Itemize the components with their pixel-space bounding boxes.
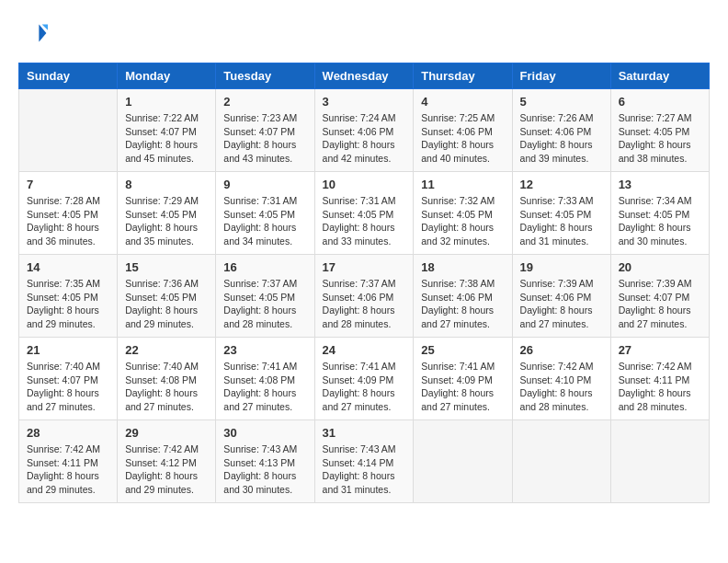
day-number: 24 bbox=[323, 343, 406, 357]
day-number: 8 bbox=[125, 178, 208, 191]
day-info: Sunrise: 7:40 AM Sunset: 4:08 PM Dayligh… bbox=[125, 360, 208, 414]
day-number: 16 bbox=[223, 260, 306, 274]
day-number: 21 bbox=[27, 343, 109, 357]
day-number: 7 bbox=[27, 178, 109, 191]
calendar-week-row: 14Sunrise: 7:35 AM Sunset: 4:05 PM Dayli… bbox=[19, 255, 710, 338]
day-info: Sunrise: 7:31 AM Sunset: 4:05 PM Dayligh… bbox=[323, 194, 406, 248]
day-number: 14 bbox=[27, 260, 109, 274]
calendar-cell: 26Sunrise: 7:42 AM Sunset: 4:10 PM Dayli… bbox=[512, 338, 610, 420]
weekday-header-friday: Friday bbox=[512, 63, 610, 89]
day-number: 28 bbox=[27, 426, 109, 440]
day-number: 31 bbox=[323, 426, 406, 440]
day-info: Sunrise: 7:37 AM Sunset: 4:06 PM Dayligh… bbox=[323, 277, 406, 331]
calendar-cell: 27Sunrise: 7:42 AM Sunset: 4:11 PM Dayli… bbox=[610, 338, 709, 420]
calendar-cell: 24Sunrise: 7:41 AM Sunset: 4:09 PM Dayli… bbox=[314, 338, 414, 420]
calendar-cell: 12Sunrise: 7:33 AM Sunset: 4:05 PM Dayli… bbox=[512, 172, 610, 255]
weekday-header-saturday: Saturday bbox=[610, 63, 709, 89]
calendar-cell: 25Sunrise: 7:41 AM Sunset: 4:09 PM Dayli… bbox=[414, 338, 512, 420]
calendar-cell: 8Sunrise: 7:29 AM Sunset: 4:05 PM Daylig… bbox=[118, 172, 216, 255]
day-info: Sunrise: 7:28 AM Sunset: 4:05 PM Dayligh… bbox=[27, 194, 109, 248]
day-info: Sunrise: 7:23 AM Sunset: 4:07 PM Dayligh… bbox=[223, 111, 306, 166]
calendar-cell bbox=[414, 420, 512, 503]
calendar-week-row: 7Sunrise: 7:28 AM Sunset: 4:05 PM Daylig… bbox=[19, 172, 710, 255]
day-info: Sunrise: 7:41 AM Sunset: 4:09 PM Dayligh… bbox=[421, 360, 504, 414]
day-number: 23 bbox=[223, 343, 306, 357]
calendar-cell bbox=[610, 420, 709, 503]
day-number: 13 bbox=[619, 178, 701, 191]
day-info: Sunrise: 7:42 AM Sunset: 4:12 PM Dayligh… bbox=[125, 442, 208, 497]
day-number: 19 bbox=[520, 260, 603, 274]
calendar-cell: 23Sunrise: 7:41 AM Sunset: 4:08 PM Dayli… bbox=[216, 338, 314, 420]
weekday-header-tuesday: Tuesday bbox=[216, 63, 314, 89]
day-info: Sunrise: 7:29 AM Sunset: 4:05 PM Dayligh… bbox=[125, 194, 208, 248]
weekday-header-row: SundayMondayTuesdayWednesdayThursdayFrid… bbox=[19, 63, 710, 89]
day-number: 15 bbox=[125, 260, 208, 274]
calendar-cell: 22Sunrise: 7:40 AM Sunset: 4:08 PM Dayli… bbox=[118, 338, 216, 420]
calendar-cell: 6Sunrise: 7:27 AM Sunset: 4:05 PM Daylig… bbox=[610, 89, 709, 172]
weekday-header-wednesday: Wednesday bbox=[314, 63, 414, 89]
day-info: Sunrise: 7:25 AM Sunset: 4:06 PM Dayligh… bbox=[421, 111, 504, 166]
logo bbox=[18, 18, 51, 48]
day-number: 2 bbox=[223, 95, 306, 109]
calendar-cell bbox=[512, 420, 610, 503]
calendar-week-row: 21Sunrise: 7:40 AM Sunset: 4:07 PM Dayli… bbox=[19, 338, 710, 420]
calendar-cell: 9Sunrise: 7:31 AM Sunset: 4:05 PM Daylig… bbox=[216, 172, 314, 255]
day-info: Sunrise: 7:42 AM Sunset: 4:10 PM Dayligh… bbox=[520, 360, 603, 414]
calendar-cell: 19Sunrise: 7:39 AM Sunset: 4:06 PM Dayli… bbox=[512, 255, 610, 338]
weekday-header-sunday: Sunday bbox=[19, 63, 118, 89]
calendar-cell: 2Sunrise: 7:23 AM Sunset: 4:07 PM Daylig… bbox=[216, 89, 314, 172]
day-info: Sunrise: 7:42 AM Sunset: 4:11 PM Dayligh… bbox=[27, 442, 109, 497]
calendar-table: SundayMondayTuesdayWednesdayThursdayFrid… bbox=[18, 63, 710, 503]
calendar-cell: 7Sunrise: 7:28 AM Sunset: 4:05 PM Daylig… bbox=[19, 172, 118, 255]
calendar-cell: 15Sunrise: 7:36 AM Sunset: 4:05 PM Dayli… bbox=[118, 255, 216, 338]
day-number: 26 bbox=[520, 343, 603, 357]
calendar-cell: 30Sunrise: 7:43 AM Sunset: 4:13 PM Dayli… bbox=[216, 420, 314, 503]
calendar-week-row: 1Sunrise: 7:22 AM Sunset: 4:07 PM Daylig… bbox=[19, 89, 710, 172]
day-info: Sunrise: 7:41 AM Sunset: 4:08 PM Dayligh… bbox=[223, 360, 306, 414]
day-info: Sunrise: 7:24 AM Sunset: 4:06 PM Dayligh… bbox=[323, 111, 406, 166]
calendar-week-row: 28Sunrise: 7:42 AM Sunset: 4:11 PM Dayli… bbox=[19, 420, 710, 503]
day-number: 3 bbox=[323, 95, 406, 109]
calendar-cell bbox=[19, 89, 118, 172]
day-number: 12 bbox=[520, 178, 603, 191]
calendar-cell: 20Sunrise: 7:39 AM Sunset: 4:07 PM Dayli… bbox=[610, 255, 709, 338]
day-number: 29 bbox=[125, 426, 208, 440]
calendar-cell: 14Sunrise: 7:35 AM Sunset: 4:05 PM Dayli… bbox=[19, 255, 118, 338]
day-info: Sunrise: 7:27 AM Sunset: 4:05 PM Dayligh… bbox=[619, 111, 701, 166]
day-info: Sunrise: 7:42 AM Sunset: 4:11 PM Dayligh… bbox=[619, 360, 701, 414]
day-info: Sunrise: 7:36 AM Sunset: 4:05 PM Dayligh… bbox=[125, 277, 208, 331]
calendar-cell: 4Sunrise: 7:25 AM Sunset: 4:06 PM Daylig… bbox=[414, 89, 512, 172]
day-number: 9 bbox=[223, 178, 306, 191]
calendar-cell: 16Sunrise: 7:37 AM Sunset: 4:05 PM Dayli… bbox=[216, 255, 314, 338]
calendar-cell: 3Sunrise: 7:24 AM Sunset: 4:06 PM Daylig… bbox=[314, 89, 414, 172]
day-info: Sunrise: 7:32 AM Sunset: 4:05 PM Dayligh… bbox=[421, 194, 504, 248]
weekday-header-monday: Monday bbox=[118, 63, 216, 89]
day-number: 18 bbox=[421, 260, 504, 274]
day-number: 4 bbox=[421, 95, 504, 109]
calendar-cell: 18Sunrise: 7:38 AM Sunset: 4:06 PM Dayli… bbox=[414, 255, 512, 338]
calendar-cell: 28Sunrise: 7:42 AM Sunset: 4:11 PM Dayli… bbox=[19, 420, 118, 503]
day-info: Sunrise: 7:43 AM Sunset: 4:13 PM Dayligh… bbox=[223, 442, 306, 497]
day-info: Sunrise: 7:35 AM Sunset: 4:05 PM Dayligh… bbox=[27, 277, 109, 331]
day-info: Sunrise: 7:40 AM Sunset: 4:07 PM Dayligh… bbox=[27, 360, 109, 414]
calendar-cell: 21Sunrise: 7:40 AM Sunset: 4:07 PM Dayli… bbox=[19, 338, 118, 420]
day-info: Sunrise: 7:33 AM Sunset: 4:05 PM Dayligh… bbox=[520, 194, 603, 248]
day-number: 30 bbox=[223, 426, 306, 440]
day-info: Sunrise: 7:41 AM Sunset: 4:09 PM Dayligh… bbox=[323, 360, 406, 414]
day-info: Sunrise: 7:22 AM Sunset: 4:07 PM Dayligh… bbox=[125, 111, 208, 166]
day-info: Sunrise: 7:26 AM Sunset: 4:06 PM Dayligh… bbox=[520, 111, 603, 166]
logo-icon bbox=[18, 18, 48, 48]
calendar-cell: 1Sunrise: 7:22 AM Sunset: 4:07 PM Daylig… bbox=[118, 89, 216, 172]
calendar-cell: 10Sunrise: 7:31 AM Sunset: 4:05 PM Dayli… bbox=[314, 172, 414, 255]
day-info: Sunrise: 7:38 AM Sunset: 4:06 PM Dayligh… bbox=[421, 277, 504, 331]
day-number: 27 bbox=[619, 343, 701, 357]
day-number: 11 bbox=[421, 178, 504, 191]
calendar-cell: 17Sunrise: 7:37 AM Sunset: 4:06 PM Dayli… bbox=[314, 255, 414, 338]
day-number: 5 bbox=[520, 95, 603, 109]
day-number: 1 bbox=[125, 95, 208, 109]
day-number: 6 bbox=[619, 95, 701, 109]
day-number: 22 bbox=[125, 343, 208, 357]
day-info: Sunrise: 7:43 AM Sunset: 4:14 PM Dayligh… bbox=[323, 442, 406, 497]
calendar-cell: 29Sunrise: 7:42 AM Sunset: 4:12 PM Dayli… bbox=[118, 420, 216, 503]
day-info: Sunrise: 7:34 AM Sunset: 4:05 PM Dayligh… bbox=[619, 194, 701, 248]
